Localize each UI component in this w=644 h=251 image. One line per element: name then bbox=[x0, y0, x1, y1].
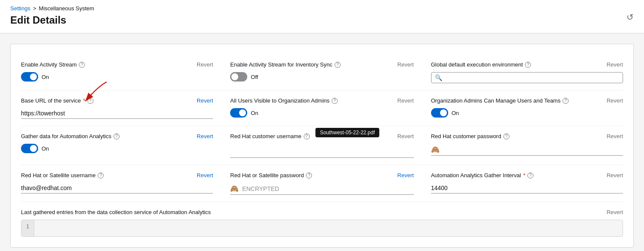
eye-slash-icon[interactable]: 🙈 bbox=[431, 145, 440, 154]
all-users-visible-toggle-label: On bbox=[251, 110, 258, 116]
redhat-username-label: Red Hat customer username ? bbox=[230, 133, 309, 139]
analytics-interval-label: Automation Analytics Gather Interval * ? bbox=[431, 172, 533, 178]
global-execution-search-input[interactable] bbox=[445, 74, 619, 81]
global-execution-cell: Global default execution environment ? R… bbox=[422, 54, 623, 91]
settings-card: Enable Activity Stream ? Revert On bbox=[10, 44, 634, 248]
org-admins-manage-toggle[interactable] bbox=[431, 108, 448, 118]
gather-data-toggle-label: On bbox=[42, 145, 49, 152]
all-users-visible-label: All Users Visible to Organization Admins… bbox=[230, 97, 338, 104]
form-row-3: Gather data for Automation Analytics ? R… bbox=[21, 126, 623, 165]
search-icon: 🔍 bbox=[435, 74, 442, 81]
redhat-password-revert[interactable]: Revert bbox=[607, 133, 623, 139]
breadcrumb-current: Miscellaneous System bbox=[39, 5, 94, 12]
redhat-username-revert[interactable]: Revert bbox=[397, 133, 413, 139]
redhat-password-encrypted-wrapper: 🙈 bbox=[431, 144, 623, 156]
last-gathered-code-area: 1 bbox=[21, 220, 623, 237]
base-url-revert[interactable]: Revert bbox=[197, 97, 213, 104]
enable-activity-stream-inventory-toggle[interactable] bbox=[230, 72, 247, 82]
org-admins-manage-help-icon[interactable]: ? bbox=[563, 98, 569, 104]
satellite-username-label: Red Hat or Satellite username ? bbox=[21, 172, 104, 178]
toggle-slider-on-2 bbox=[230, 108, 247, 118]
org-admins-manage-header: Organization Admins Can Manage Users and… bbox=[431, 97, 623, 104]
redhat-username-help-icon[interactable]: ? bbox=[304, 133, 310, 139]
code-line-number: 1 bbox=[21, 220, 34, 236]
org-admins-manage-label: Organization Admins Can Manage Users and… bbox=[431, 97, 569, 104]
toggle-slider-off bbox=[230, 72, 247, 82]
enable-activity-stream-inventory-toggle-wrapper: Off bbox=[230, 72, 413, 82]
gather-data-toggle[interactable] bbox=[21, 144, 38, 153]
redhat-username-cell: Red Hat customer username ? Revert South… bbox=[222, 126, 422, 165]
gather-data-cell: Gather data for Automation Analytics ? R… bbox=[21, 126, 222, 165]
analytics-interval-help-icon[interactable]: ? bbox=[527, 172, 533, 178]
satellite-eye-slash-icon[interactable]: 🙈 bbox=[230, 184, 239, 193]
base-url-header: Base URL of the service * ? Revert bbox=[21, 97, 213, 104]
analytics-interval-revert[interactable]: Revert bbox=[607, 172, 623, 178]
last-gathered-revert[interactable]: Revert bbox=[607, 209, 623, 215]
toggle-slider bbox=[21, 72, 38, 82]
form-row-1: Enable Activity Stream ? Revert On bbox=[21, 54, 623, 91]
enable-activity-stream-inventory-revert[interactable]: Revert bbox=[397, 61, 413, 68]
toggle-slider-on-3 bbox=[431, 108, 448, 118]
org-admins-manage-toggle-label: On bbox=[452, 110, 459, 116]
code-content[interactable] bbox=[34, 220, 623, 236]
last-gathered-header: Last gathered entries from the data coll… bbox=[21, 209, 623, 215]
satellite-username-input[interactable] bbox=[21, 183, 213, 194]
toggle-slider-on-4 bbox=[21, 144, 38, 153]
content-area: Enable Activity Stream ? Revert On bbox=[0, 33, 644, 251]
enable-activity-stream-cell: Enable Activity Stream ? Revert On bbox=[21, 54, 222, 91]
global-execution-search-wrapper[interactable]: 🔍 bbox=[431, 72, 623, 83]
analytics-interval-required: * bbox=[523, 172, 525, 178]
history-icon[interactable]: ↺ bbox=[626, 12, 634, 22]
satellite-username-revert[interactable]: Revert bbox=[197, 172, 213, 178]
enable-activity-stream-inventory-label: Enable Activity Stream for Inventory Syn… bbox=[230, 61, 340, 68]
enable-activity-stream-help-icon[interactable]: ? bbox=[79, 62, 85, 68]
all-users-visible-help-icon[interactable]: ? bbox=[332, 98, 338, 104]
page-header: Settings > Miscellaneous System Edit Det… bbox=[0, 0, 644, 33]
gather-data-toggle-wrapper: On bbox=[21, 144, 213, 153]
enable-activity-stream-inventory-header: Enable Activity Stream for Inventory Syn… bbox=[230, 61, 413, 68]
breadcrumb: Settings > Miscellaneous System bbox=[10, 5, 634, 12]
redhat-username-input[interactable] bbox=[230, 147, 413, 158]
redhat-password-cell: Red Hat customer password ? Revert 🙈 bbox=[422, 126, 623, 165]
gather-data-header: Gather data for Automation Analytics ? R… bbox=[21, 133, 213, 139]
global-execution-header: Global default execution environment ? R… bbox=[431, 61, 623, 68]
redhat-password-help-icon[interactable]: ? bbox=[503, 133, 509, 139]
satellite-username-help-icon[interactable]: ? bbox=[98, 172, 104, 178]
breadcrumb-settings[interactable]: Settings bbox=[10, 5, 30, 12]
analytics-interval-header: Automation Analytics Gather Interval * ?… bbox=[431, 172, 623, 178]
base-url-label: Base URL of the service * ? bbox=[21, 97, 93, 104]
satellite-username-cell: Red Hat or Satellite username ? Revert bbox=[21, 165, 222, 202]
base-url-input[interactable] bbox=[21, 108, 213, 119]
global-execution-help-icon[interactable]: ? bbox=[525, 62, 531, 68]
enable-activity-stream-toggle[interactable] bbox=[21, 72, 38, 82]
gather-data-help-icon[interactable]: ? bbox=[114, 133, 120, 139]
enable-activity-stream-inventory-help-icon[interactable]: ? bbox=[335, 62, 341, 68]
satellite-password-cell: Red Hat or Satellite password ? Revert 🙈… bbox=[222, 165, 422, 202]
enable-activity-stream-revert[interactable]: Revert bbox=[197, 61, 213, 68]
all-users-visible-header: All Users Visible to Organization Admins… bbox=[230, 97, 413, 104]
global-execution-revert[interactable]: Revert bbox=[607, 61, 623, 68]
tooltip-badge: Southwest-05-22-22.pdf bbox=[316, 128, 379, 137]
satellite-password-revert[interactable]: Revert bbox=[397, 172, 413, 178]
base-url-required: * bbox=[83, 97, 85, 104]
enable-activity-stream-label: Enable Activity Stream ? bbox=[21, 61, 85, 68]
gather-data-revert[interactable]: Revert bbox=[197, 133, 213, 139]
redhat-password-header: Red Hat customer password ? Revert bbox=[431, 133, 623, 139]
satellite-encrypted-text: ENCRYPTED bbox=[242, 185, 279, 192]
analytics-interval-input[interactable] bbox=[431, 183, 623, 194]
breadcrumb-separator: > bbox=[33, 5, 36, 12]
enable-activity-stream-header: Enable Activity Stream ? Revert bbox=[21, 61, 213, 68]
enable-activity-stream-inventory-toggle-label: Off bbox=[251, 74, 258, 80]
all-users-visible-toggle[interactable] bbox=[230, 108, 247, 118]
base-url-cell: Base URL of the service * ? Revert bbox=[21, 91, 222, 126]
satellite-password-help-icon[interactable]: ? bbox=[306, 172, 312, 178]
last-gathered-label: Last gathered entries from the data coll… bbox=[21, 209, 211, 215]
base-url-help-icon[interactable]: ? bbox=[87, 98, 93, 104]
satellite-password-label: Red Hat or Satellite password ? bbox=[230, 172, 312, 178]
org-admins-manage-cell: Organization Admins Can Manage Users and… bbox=[422, 91, 623, 126]
form-row-4: Red Hat or Satellite username ? Revert R… bbox=[21, 165, 623, 202]
all-users-visible-revert[interactable]: Revert bbox=[397, 97, 413, 104]
satellite-username-header: Red Hat or Satellite username ? Revert bbox=[21, 172, 213, 178]
org-admins-manage-revert[interactable]: Revert bbox=[607, 97, 623, 104]
page-title: Edit Details bbox=[10, 14, 66, 26]
